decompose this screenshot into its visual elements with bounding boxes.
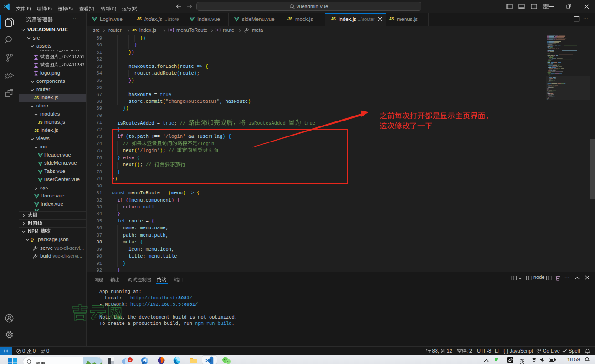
svg-text:1: 1	[129, 358, 131, 362]
